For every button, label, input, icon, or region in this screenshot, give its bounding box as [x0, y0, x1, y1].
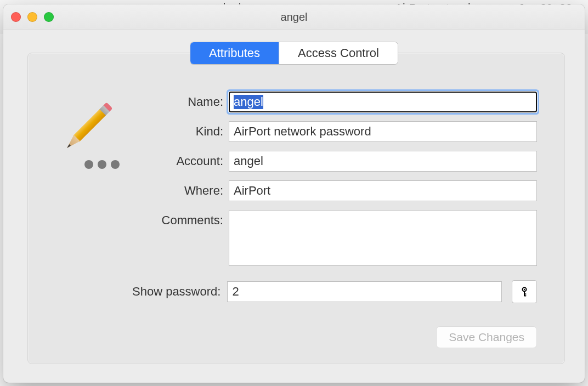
- password-dots-icon: [84, 160, 120, 169]
- kind-field[interactable]: [229, 121, 537, 142]
- account-field[interactable]: [229, 151, 537, 172]
- close-window-button[interactable]: [11, 12, 21, 22]
- keychain-item-window: angel Name: Kind:: [3, 4, 585, 383]
- item-icon: [61, 89, 138, 177]
- attributes-form: Name: Kind: Account: Where:: [132, 92, 537, 312]
- account-label: Account:: [132, 154, 229, 168]
- window-controls: [11, 12, 54, 22]
- tab-attributes[interactable]: Attributes: [190, 42, 279, 64]
- where-label: Where:: [132, 184, 229, 198]
- show-password-label: Show password:: [132, 285, 220, 299]
- key-icon: [519, 286, 530, 297]
- comments-field[interactable]: [229, 210, 537, 266]
- tab-bar: Attributes Access Control: [190, 42, 398, 65]
- titlebar: angel: [3, 4, 585, 30]
- pencil-icon: [64, 102, 112, 151]
- comments-label: Comments:: [132, 210, 229, 228]
- name-field[interactable]: [229, 92, 537, 112]
- content-panel: Name: Kind: Account: Where:: [27, 53, 565, 364]
- minimize-window-button[interactable]: [27, 12, 37, 22]
- name-label: Name:: [132, 95, 229, 109]
- where-field[interactable]: [229, 180, 537, 201]
- window-title: angel: [281, 11, 308, 24]
- password-field[interactable]: [227, 281, 502, 302]
- zoom-window-button[interactable]: [44, 12, 54, 22]
- svg-point-1: [524, 289, 525, 290]
- password-assistant-button[interactable]: [512, 280, 537, 303]
- kind-label: Kind:: [132, 124, 229, 139]
- save-changes-button[interactable]: Save Changes: [436, 326, 537, 348]
- tab-access-control[interactable]: Access Control: [279, 42, 398, 64]
